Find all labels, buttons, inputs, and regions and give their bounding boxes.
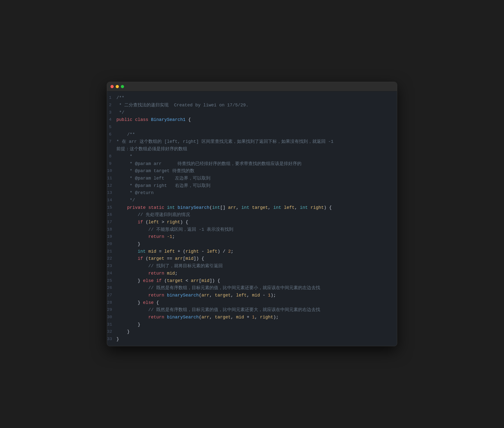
- code-line: 26 // 既然是有序数组，目标元素的值，比中间元素还要小，就应该在中间元素的左…: [107, 284, 397, 292]
- code-line: 17 if (left > right) {: [107, 219, 397, 226]
- code-line: 22 if (target == arr[mid]) {: [107, 255, 397, 263]
- code-line: 18 // 不能形成区间，返回 -1 表示没有找到: [107, 226, 397, 233]
- minimize-button[interactable]: [116, 85, 119, 88]
- code-line: 13 * @return: [107, 189, 397, 197]
- code-line: 19 return -1;: [107, 233, 397, 241]
- code-line: 16 // 先处理递归到底的情况: [107, 211, 397, 219]
- code-line: 28 } else {: [107, 299, 397, 307]
- code-line: 8 *: [107, 153, 397, 160]
- code-line: 29 // 既然是有序数组，目标元素的值，比中间元素还要大，就应该在中间元素的右…: [107, 306, 397, 314]
- code-line: 25 } else if (target < arr[mid]) {: [107, 277, 397, 285]
- code-line: 21 int mid = left + (right - left) / 2;: [107, 248, 397, 255]
- code-line: 15 private static int binarySearch(int[]…: [107, 204, 397, 212]
- close-button[interactable]: [110, 85, 114, 88]
- code-line: 2 * 二分查找法的递归实现 Created by liwei on 17/5/…: [107, 102, 397, 109]
- code-line: 6 /**: [107, 131, 397, 138]
- code-line: 12 * @param right 右边界，可以取到: [107, 182, 397, 190]
- code-content: 1 /** 2 * 二分查找法的递归实现 Created by liwei on…: [107, 91, 397, 346]
- titlebar: [107, 82, 397, 91]
- code-line: 7 * 在 arr 这个数组的 [left, right] 区间里查找元素，如果…: [107, 138, 397, 153]
- code-line: 33 }: [107, 336, 397, 343]
- maximize-button[interactable]: [121, 85, 124, 88]
- code-line: 1 /**: [107, 94, 397, 102]
- code-line: 5: [107, 124, 397, 131]
- code-editor-window: 1 /** 2 * 二分查找法的递归实现 Created by liwei on…: [107, 82, 397, 346]
- code-line: 30 return binarySearch(arr, target, mid …: [107, 314, 397, 321]
- code-line: 27 return binarySearch(arr, target, left…: [107, 292, 397, 299]
- code-line: 20 }: [107, 241, 397, 248]
- code-line: 14 */: [107, 197, 397, 204]
- code-line: 31 }: [107, 321, 397, 329]
- code-line: 11 * @param left 左边界，可以取到: [107, 175, 397, 182]
- code-line: 24 return mid;: [107, 270, 397, 277]
- code-line: 9 * @param arr 待查找的已经排好序的数组，要求带查找的数组应该是排…: [107, 160, 397, 168]
- code-line: 23 // 找到了，就将目标元素的索引返回: [107, 263, 397, 270]
- code-line: 4 public class BinarySearch1 {: [107, 116, 397, 124]
- code-line: 3 */: [107, 109, 397, 116]
- code-line: 10 * @param target 待查找的数: [107, 167, 397, 175]
- code-line: 32 }: [107, 328, 397, 336]
